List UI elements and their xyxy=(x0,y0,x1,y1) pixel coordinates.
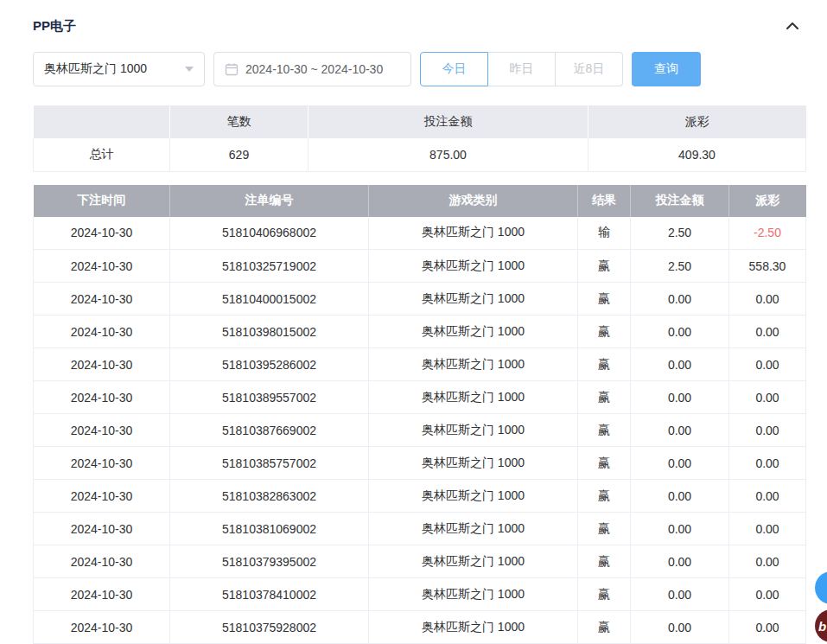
header-bet-amount: 投注金额 xyxy=(631,185,729,217)
game-select-value: 奥林匹斯之门 1000 xyxy=(44,61,147,77)
game-select[interactable]: 奥林匹斯之门 1000 xyxy=(33,52,205,86)
bet-table-row: 2024-10-30 51810395286002 奥林匹斯之门 1000 赢 … xyxy=(34,348,806,381)
cell-order-id: 51810385757002 xyxy=(170,447,369,480)
cell-bet-time: 2024-10-30 xyxy=(34,578,170,611)
header-game-category: 游戏类别 xyxy=(369,185,578,217)
cell-bet-time: 2024-10-30 xyxy=(34,611,170,644)
cell-game-category: 奥林匹斯之门 1000 xyxy=(369,611,578,644)
cell-bet-amount: 0.00 xyxy=(631,513,729,545)
cell-game-category: 奥林匹斯之门 1000 xyxy=(369,414,578,447)
cell-payout: -2.50 xyxy=(729,217,806,250)
summary-header-payout: 派彩 xyxy=(588,105,806,138)
bet-table-row: 2024-10-30 51810385757002 奥林匹斯之门 1000 赢 … xyxy=(34,447,806,480)
cell-order-id: 51810382863002 xyxy=(170,480,369,513)
cell-result: 赢 xyxy=(578,545,631,578)
summary-header-count: 笔数 xyxy=(170,105,309,138)
brand-letter: b xyxy=(818,619,826,634)
cell-game-category: 奥林匹斯之门 1000 xyxy=(369,447,578,480)
header-payout: 派彩 xyxy=(729,185,806,217)
summary-total-bet-amount: 875.00 xyxy=(309,138,588,171)
summary-total-row: 总计 629 875.00 409.30 xyxy=(34,138,806,171)
cell-bet-amount: 0.00 xyxy=(631,480,729,513)
cell-payout: 0.00 xyxy=(729,447,806,480)
header-bet-time: 下注时间 xyxy=(34,185,170,217)
cell-game-category: 奥林匹斯之门 1000 xyxy=(369,217,578,250)
floating-chat-button[interactable] xyxy=(815,571,827,604)
cell-payout: 0.00 xyxy=(729,578,806,611)
cell-result: 赢 xyxy=(578,611,631,644)
cell-result: 赢 xyxy=(578,578,631,611)
cell-game-category: 奥林匹斯之门 1000 xyxy=(369,381,578,414)
cell-game-category: 奥林匹斯之门 1000 xyxy=(369,316,578,348)
cell-payout: 558.30 xyxy=(729,250,806,283)
bet-table-row: 2024-10-30 51810325719002 奥林匹斯之门 1000 赢 … xyxy=(34,250,806,283)
cell-bet-time: 2024-10-30 xyxy=(34,217,170,250)
cell-bet-amount: 0.00 xyxy=(631,611,729,644)
cell-result: 赢 xyxy=(578,381,631,414)
cell-payout: 0.00 xyxy=(729,545,806,578)
cell-order-id: 51810378410002 xyxy=(170,578,369,611)
bet-records-table: 下注时间 注单编号 游戏类别 结果 投注金额 派彩 2024-10-30 518… xyxy=(33,185,806,644)
cell-order-id: 51810375928002 xyxy=(170,611,369,644)
bet-table-row: 2024-10-30 51810398015002 奥林匹斯之门 1000 赢 … xyxy=(34,316,806,348)
cell-payout: 0.00 xyxy=(729,480,806,513)
cell-order-id: 51810325719002 xyxy=(170,250,369,283)
cell-game-category: 奥林匹斯之门 1000 xyxy=(369,545,578,578)
bet-table-row: 2024-10-30 51810375928002 奥林匹斯之门 1000 赢 … xyxy=(34,611,806,644)
bet-table-row: 2024-10-30 51810382863002 奥林匹斯之门 1000 赢 … xyxy=(34,480,806,513)
cell-bet-time: 2024-10-30 xyxy=(34,513,170,545)
cell-order-id: 51810381069002 xyxy=(170,513,369,545)
cell-bet-amount: 0.00 xyxy=(631,447,729,480)
cell-bet-time: 2024-10-30 xyxy=(34,545,170,578)
summary-header-blank xyxy=(34,105,170,138)
cell-result: 赢 xyxy=(578,250,631,283)
cell-bet-amount: 0.00 xyxy=(631,283,729,316)
cell-bet-time: 2024-10-30 xyxy=(34,480,170,513)
bet-table-body: 2024-10-30 51810406968002 奥林匹斯之门 1000 输 … xyxy=(34,217,806,644)
cell-bet-time: 2024-10-30 xyxy=(34,348,170,381)
date-range-value: 2024-10-30 ~ 2024-10-30 xyxy=(245,62,383,76)
cell-result: 赢 xyxy=(578,414,631,447)
cell-bet-time: 2024-10-30 xyxy=(34,381,170,414)
cell-order-id: 51810398015002 xyxy=(170,316,369,348)
cell-bet-amount: 0.00 xyxy=(631,348,729,381)
cell-bet-amount: 0.00 xyxy=(631,545,729,578)
header-result: 结果 xyxy=(578,185,631,217)
last-8-days-button[interactable]: 近8日 xyxy=(555,52,623,86)
search-button[interactable]: 查询 xyxy=(632,52,701,86)
cell-order-id: 51810389557002 xyxy=(170,381,369,414)
cell-bet-amount: 0.00 xyxy=(631,316,729,348)
cell-game-category: 奥林匹斯之门 1000 xyxy=(369,480,578,513)
cell-payout: 0.00 xyxy=(729,381,806,414)
cell-payout: 0.00 xyxy=(729,513,806,545)
summary-table: 笔数 投注金额 派彩 总计 629 875.00 409.30 xyxy=(33,105,806,172)
cell-order-id: 51810400015002 xyxy=(170,283,369,316)
cell-payout: 0.00 xyxy=(729,283,806,316)
cell-bet-amount: 0.00 xyxy=(631,381,729,414)
bet-table-row: 2024-10-30 51810389557002 奥林匹斯之门 1000 赢 … xyxy=(34,381,806,414)
cell-payout: 0.00 xyxy=(729,414,806,447)
yesterday-button[interactable]: 昨日 xyxy=(487,52,556,86)
cell-bet-amount: 0.00 xyxy=(631,414,729,447)
cell-payout: 0.00 xyxy=(729,348,806,381)
cell-order-id: 51810387669002 xyxy=(170,414,369,447)
filter-bar: 奥林匹斯之门 1000 2024-10-30 ~ 2024-10-30 今日 昨… xyxy=(33,52,827,86)
collapse-chevron-up-icon[interactable] xyxy=(784,17,801,35)
panel-header: PP电子 xyxy=(0,0,827,35)
bet-table-row: 2024-10-30 51810379395002 奥林匹斯之门 1000 赢 … xyxy=(34,545,806,578)
summary-header-row: 笔数 投注金额 派彩 xyxy=(34,105,806,138)
cell-result: 赢 xyxy=(578,513,631,545)
cell-game-category: 奥林匹斯之门 1000 xyxy=(369,348,578,381)
today-button[interactable]: 今日 xyxy=(420,52,488,86)
cell-bet-amount: 2.50 xyxy=(631,217,729,250)
date-range-picker[interactable]: 2024-10-30 ~ 2024-10-30 xyxy=(213,52,411,86)
cell-bet-time: 2024-10-30 xyxy=(34,250,170,283)
cell-bet-time: 2024-10-30 xyxy=(34,316,170,348)
cell-result: 赢 xyxy=(578,348,631,381)
bet-table-row: 2024-10-30 51810378410002 奥林匹斯之门 1000 赢 … xyxy=(34,578,806,611)
floating-brand-button[interactable]: b xyxy=(815,609,827,642)
summary-total-count: 629 xyxy=(170,138,309,171)
header-order-id: 注单编号 xyxy=(170,185,369,217)
bet-table-row: 2024-10-30 51810381069002 奥林匹斯之门 1000 赢 … xyxy=(34,513,806,545)
cell-payout: 0.00 xyxy=(729,611,806,644)
